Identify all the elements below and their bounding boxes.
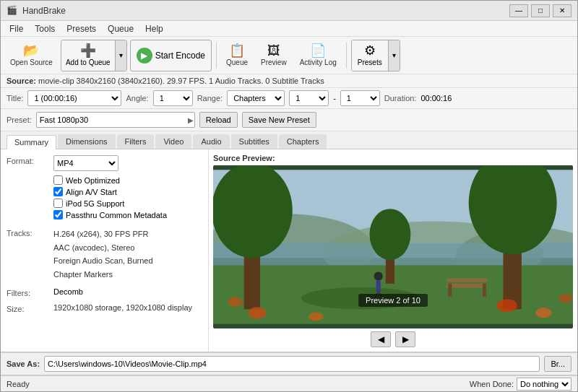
menu-presets[interactable]: Presets [61, 22, 102, 35]
format-value: MP4 Web Optimized Align A/V Start [53, 155, 202, 222]
range-select[interactable]: Chapters [227, 90, 285, 106]
preview-next-button[interactable]: ▶ [395, 331, 415, 347]
maximize-button[interactable]: □ [531, 4, 550, 17]
preview-button[interactable]: 🖼 Preview [256, 40, 292, 71]
preview-icon: 🖼 [267, 44, 280, 57]
web-optimized-row: Web Optimized [53, 175, 202, 185]
tab-filters[interactable]: Filters [117, 134, 155, 149]
svg-point-23 [496, 299, 517, 312]
passthru-label: Passthru Common Metadata [66, 211, 167, 219]
window-controls: — □ ✕ [509, 4, 571, 17]
tab-audio[interactable]: Audio [193, 134, 229, 149]
track-1: AAC (avcodec), Stereo [53, 241, 202, 255]
preview-image: Preview 2 of 10 [213, 165, 573, 328]
preset-input-wrap: ▶ [36, 112, 195, 128]
reload-button[interactable]: Reload [199, 112, 238, 128]
app-window: 🎬 HandBrake — □ ✕ File Tools Presets Que… [0, 0, 578, 392]
preview-label: Source Preview: [213, 154, 573, 162]
status-ready: Ready [7, 380, 30, 388]
svg-rect-18 [376, 281, 381, 292]
angle-select[interactable]: 1 [153, 90, 193, 106]
tab-summary[interactable]: Summary [7, 135, 56, 149]
size-row: Size: 1920x1080 storage, 1920x1080 displ… [7, 303, 202, 313]
toolbar: 📂 Open Source ➕ Add to Queue ▾ ▶ Start E… [1, 37, 577, 74]
tab-chapters[interactable]: Chapters [279, 134, 327, 149]
web-optimized-label: Web Optimized [66, 176, 120, 185]
menu-help[interactable]: Help [139, 22, 169, 35]
chapter-separator: - [333, 94, 336, 103]
when-done-label: When Done: [470, 380, 514, 388]
align-av-checkbox[interactable] [53, 187, 63, 196]
queue-icon: 📋 [229, 44, 245, 57]
svg-point-26 [228, 297, 242, 307]
passthru-row: Passthru Common Metadata [53, 210, 202, 219]
title-bar: 🎬 HandBrake — □ ✕ [1, 1, 577, 21]
svg-point-21 [249, 307, 266, 318]
chapter-from-select[interactable]: 1 [289, 90, 329, 106]
title-select[interactable]: 1 (00:00:16) [27, 90, 121, 106]
add-to-queue-dropdown[interactable]: ▾ [115, 40, 126, 71]
when-done-area: When Done: Do nothing [470, 378, 571, 391]
svg-rect-15 [448, 284, 452, 297]
preview-controls: ◀ ▶ [213, 331, 573, 347]
add-to-queue-button[interactable]: ➕ Add to Queue [61, 40, 115, 71]
menu-bar: File Tools Presets Queue Help [1, 21, 577, 37]
svg-rect-13 [447, 284, 487, 288]
toolbar-separator-1 [216, 43, 217, 69]
web-optimized-checkbox[interactable] [53, 175, 63, 185]
tabs-row: Summary Dimensions Filters Video Audio S… [1, 131, 577, 149]
open-source-button[interactable]: 📂 Open Source [5, 40, 58, 71]
minimize-button[interactable]: — [509, 4, 528, 17]
when-done-select[interactable]: Do nothing [517, 378, 571, 391]
presets-button[interactable]: ⚙ Presets [352, 40, 388, 71]
title-label: Title: [7, 94, 23, 103]
activity-log-button[interactable]: 📄 Activity Log [295, 40, 342, 71]
source-name: movie-clip [38, 77, 74, 85]
queue-button[interactable]: 📋 Queue [221, 40, 253, 71]
filters-row: Filters: Decomb [7, 287, 202, 297]
menu-queue[interactable]: Queue [102, 22, 139, 35]
save-as-label: Save As: [7, 360, 40, 368]
menu-file[interactable]: File [4, 22, 29, 35]
size-label: Size: [7, 303, 53, 313]
svg-rect-14 [447, 279, 487, 282]
duration-label: Duration: [384, 94, 417, 103]
preset-input[interactable] [36, 112, 195, 128]
svg-point-17 [374, 272, 383, 281]
tab-subtitles[interactable]: Subtitles [231, 134, 277, 149]
svg-point-22 [309, 312, 323, 321]
save-new-preset-button[interactable]: Save New Preset [242, 112, 316, 128]
browse-button[interactable]: Br... [544, 356, 571, 372]
open-source-icon: 📂 [23, 44, 39, 57]
source-details: 3840x2160 (3840x2160). 29.97 FPS. 1 Audi… [77, 77, 324, 85]
presets-group: ⚙ Presets ▾ [351, 40, 400, 71]
save-path-input[interactable] [44, 356, 540, 372]
align-av-label: Align A/V Start [66, 188, 117, 196]
presets-icon: ⚙ [364, 44, 376, 57]
preset-row: Preset: ▶ Reload Save New Preset [1, 109, 577, 131]
tab-video[interactable]: Video [155, 134, 191, 149]
app-title: HandBrake [22, 6, 509, 16]
ipod5g-label: iPod 5G Support [66, 199, 124, 208]
activity-log-icon: 📄 [310, 44, 326, 57]
format-select[interactable]: MP4 [53, 155, 118, 171]
preview-prev-button[interactable]: ◀ [371, 331, 391, 347]
align-av-row: Align A/V Start [53, 187, 202, 196]
tab-dimensions[interactable]: Dimensions [58, 134, 115, 149]
source-info: Source: movie-clip 3840x2160 (3840x2160)… [1, 74, 577, 88]
chapter-to-select[interactable]: 1 [340, 90, 380, 106]
svg-point-24 [535, 308, 551, 318]
size-value: 1920x1080 storage, 1920x1080 display [53, 303, 202, 312]
presets-dropdown[interactable]: ▾ [388, 40, 400, 71]
ipod5g-row: iPod 5G Support [53, 199, 202, 208]
passthru-checkbox[interactable] [53, 210, 63, 219]
close-button[interactable]: ✕ [553, 4, 571, 17]
tracks-label: Tracks: [7, 227, 53, 238]
status-bar: Ready When Done: Do nothing [1, 375, 577, 391]
ipod5g-checkbox[interactable] [53, 199, 63, 208]
menu-tools[interactable]: Tools [29, 22, 61, 35]
app-icon: 🎬 [7, 5, 18, 17]
add-to-queue-group: ➕ Add to Queue ▾ [61, 40, 127, 71]
track-0: H.264 (x264), 30 FPS PFR [53, 227, 202, 241]
start-encode-button[interactable]: ▶ Start Encode [130, 40, 212, 71]
